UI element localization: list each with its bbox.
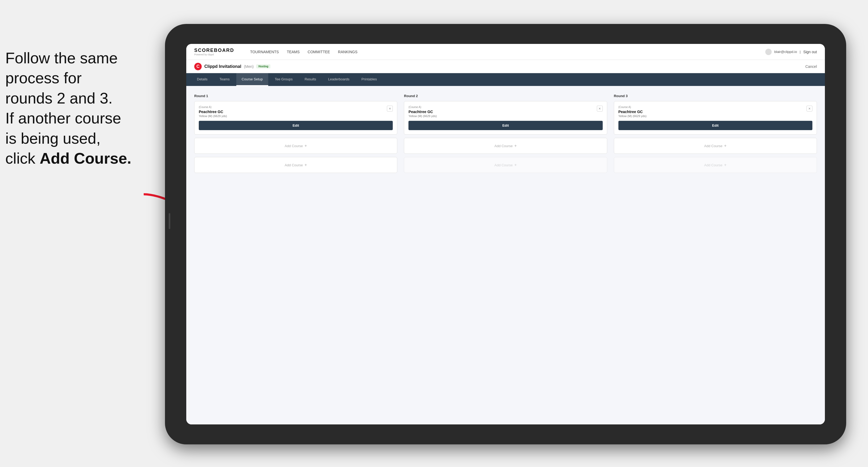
course-tag-3: (Course A): [618, 106, 647, 108]
add-course-label-r3: Add Course +: [704, 144, 726, 148]
tablet-screen: SCOREBOARD Powered by clippd TOURNAMENTS…: [186, 44, 825, 425]
add-course-card-2-2[interactable]: Add Course +: [404, 138, 607, 154]
course-details-3: Yellow (M) (6629 yds): [618, 115, 647, 118]
round-1-course-card: (Course A) Peachtree GC Yellow (M) (6629…: [194, 101, 397, 135]
course-info-2: (Course A) Peachtree GC Yellow (M) (6629…: [408, 106, 437, 121]
course-details-2: Yellow (M) (6629 yds): [408, 115, 437, 118]
add-course-label-r2-3: Add Course +: [494, 163, 517, 167]
course-name-2: Peachtree GC: [408, 110, 437, 114]
delete-course-button-2[interactable]: ×: [597, 106, 603, 112]
course-info-3: (Course A) Peachtree GC Yellow (M) (6629…: [618, 106, 647, 121]
logo-sub: Powered by clippd: [194, 53, 234, 56]
course-info: (Course A) Peachtree GC Yellow (M) (6629…: [199, 106, 227, 121]
edit-course-button-2[interactable]: Edit: [408, 121, 602, 130]
course-details: Yellow (M) (6629 yds): [199, 115, 227, 118]
cancel-button[interactable]: Cancel: [805, 64, 817, 69]
course-card-header-3: (Course A) Peachtree GC Yellow (M) (6629…: [618, 106, 812, 121]
tournament-bar: C Clippd Invitational (Men) Hosting Canc…: [186, 60, 825, 73]
course-tag-2: (Course A): [408, 106, 437, 108]
course-tag: (Course A): [199, 106, 227, 108]
avatar: [765, 49, 772, 55]
delete-course-button[interactable]: ×: [387, 106, 393, 112]
hosting-badge: Hosting: [256, 64, 270, 68]
nav-rankings[interactable]: RANKINGS: [338, 50, 358, 54]
instruction-panel: Follow the same process for rounds 2 and…: [5, 48, 154, 168]
tab-leaderboards[interactable]: Leaderboards: [323, 73, 355, 86]
tournament-gender: (Men): [244, 64, 254, 69]
course-card-header: (Course A) Peachtree GC Yellow (M) (6629…: [199, 106, 393, 121]
round-3-course-card: (Course A) Peachtree GC Yellow (M) (6629…: [614, 101, 817, 135]
nav-tournaments[interactable]: TOURNAMENTS: [250, 50, 279, 54]
round-2-column: Round 2 (Course A) Peachtree GC Yellow (…: [404, 94, 607, 176]
round-1-column: Round 1 (Course A) Peachtree GC Yellow (…: [194, 94, 397, 176]
tournament-name: Clippd Invitational: [204, 64, 241, 69]
nav-right: blair@clippd.io | Sign out: [765, 49, 817, 55]
sign-out-link[interactable]: Sign out: [803, 50, 817, 54]
tab-course-setup[interactable]: Course Setup: [236, 73, 268, 86]
course-name-3: Peachtree GC: [618, 110, 647, 114]
round-3-column: Round 3 (Course A) Peachtree GC Yellow (…: [614, 94, 817, 176]
nav-links: TOURNAMENTS TEAMS COMMITTEE RANKINGS: [250, 50, 755, 54]
edit-course-button[interactable]: Edit: [199, 121, 393, 130]
add-course-card-3-3: Add Course +: [614, 157, 817, 173]
tab-details[interactable]: Details: [192, 73, 213, 86]
top-nav: SCOREBOARD Powered by clippd TOURNAMENTS…: [186, 44, 825, 60]
delete-course-button-3[interactable]: ×: [807, 106, 812, 112]
add-course-card-2-3: Add Course +: [404, 157, 607, 173]
tab-printables[interactable]: Printables: [356, 73, 382, 86]
nav-committee[interactable]: COMMITTEE: [308, 50, 330, 54]
add-course-label-r3-3: Add Course +: [704, 163, 726, 167]
round-2-label: Round 2: [404, 94, 607, 98]
logo-scoreboard: SCOREBOARD: [194, 48, 234, 53]
round-2-course-card: (Course A) Peachtree GC Yellow (M) (6629…: [404, 101, 607, 135]
rounds-grid: Round 1 (Course A) Peachtree GC Yellow (…: [194, 94, 817, 176]
nav-separator: |: [800, 50, 800, 54]
add-course-label: Add Course +: [285, 144, 307, 148]
add-course-label-r2: Add Course +: [494, 144, 517, 148]
round-3-label: Round 3: [614, 94, 817, 98]
logo-area: SCOREBOARD Powered by clippd: [194, 48, 234, 56]
nav-teams[interactable]: TEAMS: [287, 50, 300, 54]
main-content: Round 1 (Course A) Peachtree GC Yellow (…: [186, 86, 825, 425]
course-name: Peachtree GC: [199, 110, 227, 114]
tablet-frame: SCOREBOARD Powered by clippd TOURNAMENTS…: [165, 24, 846, 444]
brand-logo: C: [194, 63, 202, 70]
course-card-header-2: (Course A) Peachtree GC Yellow (M) (6629…: [408, 106, 602, 121]
edit-course-button-3[interactable]: Edit: [618, 121, 812, 130]
user-email: blair@clippd.io: [774, 50, 797, 54]
add-course-label-2: Add Course +: [285, 163, 307, 167]
tab-teams[interactable]: Teams: [214, 73, 235, 86]
add-course-card-1-3[interactable]: Add Course +: [194, 157, 397, 173]
tab-tee-groups[interactable]: Tee Groups: [270, 73, 298, 86]
add-course-card-1-2[interactable]: Add Course +: [194, 138, 397, 154]
instruction-text: Follow the same process for rounds 2 and…: [5, 48, 154, 168]
tab-navigation: Details Teams Course Setup Tee Groups Re…: [186, 73, 825, 86]
round-1-label: Round 1: [194, 94, 397, 98]
tab-results[interactable]: Results: [299, 73, 321, 86]
add-course-card-3-2[interactable]: Add Course +: [614, 138, 817, 154]
tournament-left: C Clippd Invitational (Men) Hosting: [194, 63, 270, 70]
